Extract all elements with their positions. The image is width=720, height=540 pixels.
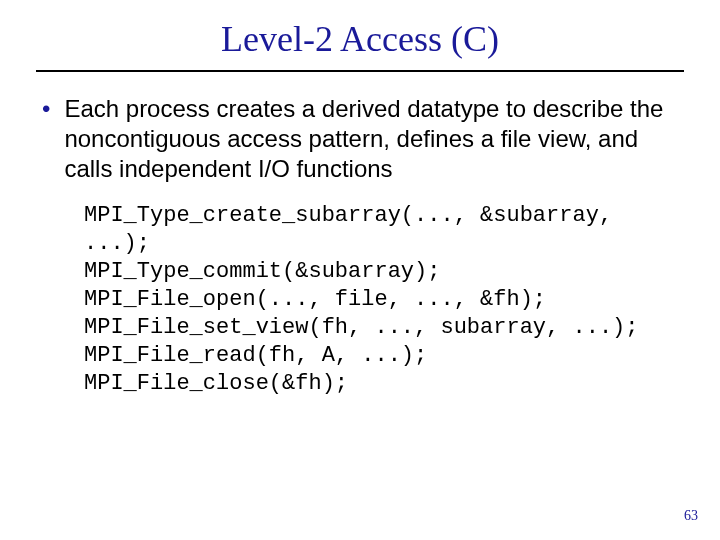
code-line: ...); [84, 231, 150, 256]
slide-title: Level-2 Access (C) [36, 18, 684, 60]
code-line: MPI_File_set_view(fh, ..., subarray, ...… [84, 315, 639, 340]
bullet-marker-icon: • [42, 94, 50, 124]
slide: Level-2 Access (C) • Each process create… [0, 0, 720, 540]
code-line: MPI_File_read(fh, A, ...); [84, 343, 427, 368]
bullet-text: Each process creates a derived datatype … [64, 94, 684, 184]
page-number: 63 [684, 508, 698, 524]
code-line: MPI_Type_create_subarray(..., &subarray, [84, 203, 612, 228]
title-divider [36, 70, 684, 72]
code-line: MPI_File_close(&fh); [84, 371, 348, 396]
code-block: MPI_Type_create_subarray(..., &subarray,… [84, 202, 684, 398]
bullet-item: • Each process creates a derived datatyp… [42, 94, 684, 184]
code-line: MPI_File_open(..., file, ..., &fh); [84, 287, 546, 312]
code-line: MPI_Type_commit(&subarray); [84, 259, 440, 284]
